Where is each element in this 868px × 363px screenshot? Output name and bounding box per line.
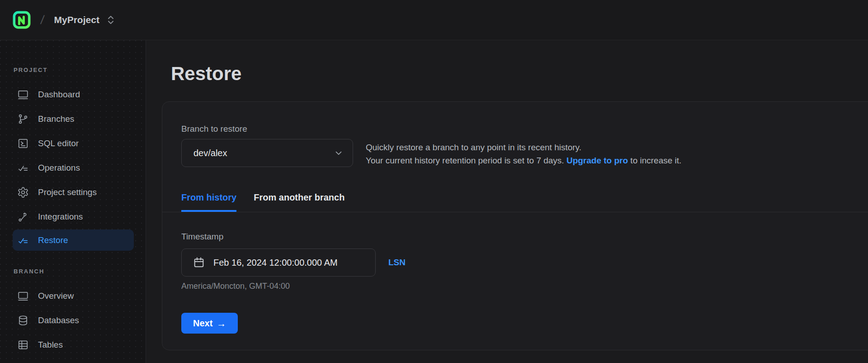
overview-icon: [17, 290, 29, 302]
top-bar: / MyProject: [0, 0, 868, 40]
helper-line-2: Your current history retention period is…: [366, 154, 681, 167]
next-button-label: Next: [193, 318, 212, 329]
timestamp-value: Feb 16, 2024 12:00:00.000 AM: [213, 258, 338, 268]
restore-tabs: From history From another branch: [162, 192, 868, 212]
integrations-icon: [17, 211, 29, 223]
sidebar-item-label: Project settings: [38, 187, 97, 197]
arrow-right-icon: →: [217, 319, 226, 328]
restore-helper-text: Quickly restore a branch to any point in…: [366, 139, 681, 167]
sidebar-item-label: Integrations: [38, 212, 83, 222]
tab-from-another-branch[interactable]: From another branch: [254, 192, 344, 212]
helper-line-1: Quickly restore a branch to any point in…: [366, 141, 681, 154]
sidebar-item-label: SQL editor: [38, 139, 79, 148]
lsn-link[interactable]: LSN: [388, 258, 406, 267]
gear-icon: [17, 186, 29, 198]
sidebar-item-restore[interactable]: Restore: [13, 229, 134, 251]
app-window: / MyProject PROJECT Dashboard Branches: [0, 0, 868, 363]
sidebar-item-label: Dashboard: [38, 90, 80, 100]
sidebar-item-label: Branches: [38, 114, 74, 124]
sidebar-item-dashboard[interactable]: Dashboard: [0, 88, 146, 101]
sidebar: PROJECT Dashboard Branches SQL editor: [0, 40, 146, 363]
branch-select[interactable]: dev/alex: [181, 139, 353, 167]
tables-icon: [17, 339, 29, 351]
chevron-down-icon: [334, 148, 344, 158]
next-button[interactable]: Next →: [181, 313, 238, 334]
sidebar-item-integrations[interactable]: Integrations: [0, 210, 146, 224]
upgrade-to-pro-link[interactable]: Upgrade to pro: [566, 156, 628, 165]
sidebar-item-tables[interactable]: Tables: [0, 338, 146, 352]
sidebar-item-operations[interactable]: Operations: [0, 161, 146, 175]
sidebar-item-label: Databases: [38, 315, 79, 325]
project-switcher-name[interactable]: MyProject: [54, 14, 99, 25]
databases-icon: [17, 315, 29, 326]
sidebar-section-project: PROJECT: [14, 67, 146, 73]
project-switcher-chevrons-icon[interactable]: [106, 14, 116, 26]
sidebar-section-branch: BRANCH: [14, 268, 146, 275]
breadcrumb-separator: /: [40, 13, 45, 27]
neon-logo-icon[interactable]: [13, 11, 31, 29]
restore-card: Branch to restore dev/alex Quickly resto…: [162, 101, 868, 350]
helper-line-2-text: Your current history retention period is…: [366, 156, 566, 165]
sidebar-item-overview[interactable]: Overview: [0, 289, 146, 303]
sidebar-item-label: Overview: [38, 291, 74, 301]
helper-line-2-suffix: to increase it.: [628, 156, 681, 165]
dashboard-icon: [17, 89, 29, 100]
restore-icon: [17, 234, 29, 246]
sidebar-item-label: Tables: [38, 340, 63, 350]
page-title: Restore: [171, 62, 868, 85]
operations-icon: [17, 162, 29, 174]
sidebar-item-databases[interactable]: Databases: [0, 314, 146, 327]
main-content: Restore Branch to restore dev/alex Quick…: [146, 40, 868, 363]
sidebar-item-label: Operations: [38, 163, 80, 173]
calendar-icon: [193, 256, 205, 269]
timezone-text: America/Moncton, GMT-04:00: [181, 282, 868, 291]
timestamp-label: Timestamp: [181, 231, 868, 242]
branch-select-label: Branch to restore: [181, 124, 868, 134]
sidebar-item-sql-editor[interactable]: SQL editor: [0, 137, 146, 150]
tab-from-history[interactable]: From history: [181, 192, 236, 212]
timestamp-row: Feb 16, 2024 12:00:00.000 AM LSN: [181, 248, 868, 277]
branch-select-row: dev/alex Quickly restore a branch to any…: [181, 139, 868, 167]
sql-editor-icon: [17, 138, 29, 149]
sidebar-item-project-settings[interactable]: Project settings: [0, 186, 146, 199]
timestamp-input[interactable]: Feb 16, 2024 12:00:00.000 AM: [181, 248, 376, 277]
sidebar-item-branches[interactable]: Branches: [0, 112, 146, 126]
branch-select-value: dev/alex: [193, 148, 334, 158]
branches-icon: [17, 113, 29, 125]
sidebar-item-label: Restore: [38, 235, 68, 245]
